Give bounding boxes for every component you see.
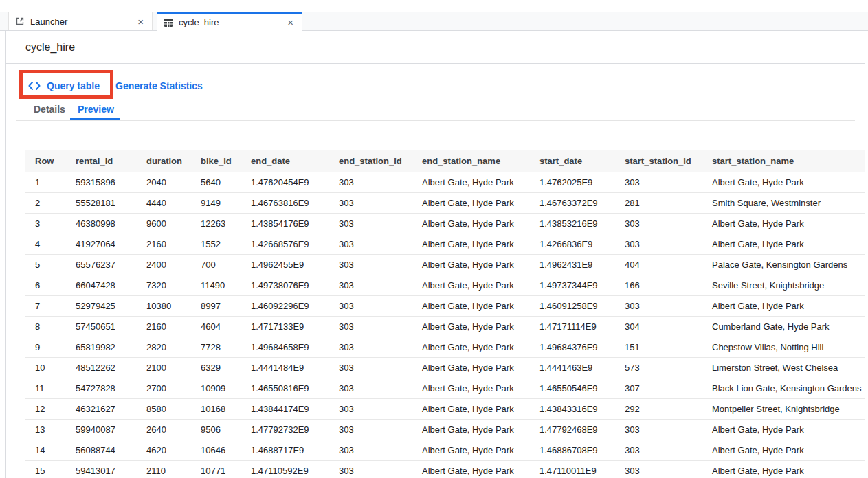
table-cell: 1.4762025E9	[530, 172, 615, 192]
table-cell: 48512262	[66, 357, 137, 378]
column-header: start_station_name	[702, 150, 865, 172]
table-cell: 1.46550816E9	[241, 378, 329, 398]
table-cell: 2160	[137, 316, 191, 337]
tab-launcher[interactable]: Launcher ×	[8, 12, 153, 30]
table-cell: 281	[615, 192, 702, 213]
table-cell: 1.47792732E9	[241, 419, 329, 440]
table-cell: 52979425	[66, 295, 137, 316]
table-cell: 7728	[191, 337, 241, 357]
tab-preview[interactable]: Preview	[78, 104, 114, 115]
table-cell: Albert Gate, Hyde Park	[702, 295, 865, 316]
table-cell: 1.4962431E9	[530, 254, 615, 275]
column-header: rental_id	[66, 150, 137, 172]
generate-statistics-button[interactable]: Generate Statistics	[115, 78, 203, 93]
close-icon[interactable]: ×	[135, 16, 146, 27]
table-cell: 303	[329, 460, 412, 478]
table-cell: Chepstow Villas, Notting Hill	[702, 337, 865, 357]
tab-label: cycle_hire	[179, 17, 285, 27]
table-cell: 1.47110011E9	[530, 460, 615, 478]
table-cell: 292	[615, 398, 702, 419]
table-cell: 65576237	[66, 254, 137, 275]
table-cell: 1.43853216E9	[530, 213, 615, 234]
table-cell: 46380998	[66, 213, 137, 234]
table-row: 965819982282077281.49684658E9303Albert G…	[25, 337, 865, 357]
page-title: cycle_hire	[25, 41, 75, 54]
table-cell: 1.46550546E9	[530, 378, 615, 398]
table-cell: 9	[25, 337, 66, 357]
close-icon[interactable]: ×	[285, 16, 296, 28]
table-cell: Albert Gate, Hyde Park	[412, 460, 530, 478]
table-cell: 54727828	[66, 378, 137, 398]
table-cell: 9600	[137, 213, 191, 234]
column-header: bike_id	[191, 150, 241, 172]
table-cell: 56088744	[66, 440, 137, 460]
code-icon	[28, 82, 41, 90]
table-cell: 10646	[191, 440, 241, 460]
table-cell: 59315896	[66, 172, 137, 192]
table-cell: Albert Gate, Hyde Park	[412, 337, 530, 357]
table-cell: Albert Gate, Hyde Park	[412, 275, 530, 295]
table-cell: 1.4962455E9	[241, 254, 329, 275]
table-cell: 1.49738076E9	[241, 275, 329, 295]
table-cell: Albert Gate, Hyde Park	[702, 213, 865, 234]
table-row: 857450651216046041.4717133E9303Albert Ga…	[25, 316, 865, 337]
table-cell: 5	[25, 254, 66, 275]
table-cell: 55528181	[66, 192, 137, 213]
table-cell: 1.46763372E9	[530, 192, 615, 213]
table-cell: Albert Gate, Hyde Park	[412, 316, 530, 337]
table-cell: 166	[615, 275, 702, 295]
table-cell: 303	[615, 213, 702, 234]
table-cell: Albert Gate, Hyde Park	[412, 295, 530, 316]
table-cell: 2040	[137, 172, 191, 192]
table-cell: 8997	[191, 295, 241, 316]
table-cell: Albert Gate, Hyde Park	[412, 357, 530, 378]
table-cell: 1.46091258E9	[530, 295, 615, 316]
table-cell: 303	[329, 378, 412, 398]
query-table-button[interactable]: Query table	[28, 78, 100, 93]
table-cell: Albert Gate, Hyde Park	[412, 419, 530, 440]
table-cell: Albert Gate, Hyde Park	[702, 419, 865, 440]
table-cell: 9149	[191, 192, 241, 213]
tab-details[interactable]: Details	[34, 104, 65, 115]
table-viewer-panel: cycle_hire Query table Generate Statisti…	[5, 31, 865, 478]
table-cell: 57450651	[66, 316, 137, 337]
table-cell: 303	[615, 295, 702, 316]
title-row: cycle_hire	[6, 31, 865, 64]
table-row: 255528181444091491.46763816E9303Albert G…	[25, 192, 865, 213]
table-cell: Albert Gate, Hyde Park	[702, 172, 865, 192]
column-header: Row	[25, 150, 66, 172]
table-cell: 10909	[191, 378, 241, 398]
table-cell: 573	[615, 357, 702, 378]
table-cell: 1	[25, 172, 66, 192]
table-cell: Palace Gate, Kensington Gardens	[702, 254, 865, 275]
table-row: 6660474287320114901.49738076E9303Albert …	[25, 275, 865, 295]
table-cell: 10771	[191, 460, 241, 478]
table-cell: 7	[25, 295, 66, 316]
table-cell: 1.43844174E9	[241, 398, 329, 419]
table-row: 12463216278580101681.43844174E9303Albert…	[25, 398, 865, 419]
table-row: 56557623724007001.4962455E9303Albert Gat…	[25, 254, 865, 275]
table-row: 3463809989600122631.43854176E9303Albert …	[25, 213, 865, 234]
table-cell: 10168	[191, 398, 241, 419]
table-cell: 303	[615, 460, 702, 478]
table-cell: Albert Gate, Hyde Park	[702, 234, 865, 254]
column-header: end_station_name	[412, 150, 530, 172]
table-icon	[164, 18, 173, 27]
table-cell: 1.4717133E9	[241, 316, 329, 337]
table-cell: 13	[25, 419, 66, 440]
preview-table: Row rental_id duration bike_id end_date …	[25, 150, 865, 478]
table-cell: Albert Gate, Hyde Park	[412, 213, 530, 234]
column-header: end_station_id	[329, 150, 412, 172]
table-cell: 4620	[137, 440, 191, 460]
table-cell: 700	[191, 254, 241, 275]
table-cell: 1.47620454E9	[241, 172, 329, 192]
table-cell: 2	[25, 192, 66, 213]
table-cell: 65819982	[66, 337, 137, 357]
table-cell: 59413017	[66, 460, 137, 478]
table-cell: 1.49684376E9	[530, 337, 615, 357]
table-row: 11547278282700109091.46550816E9303Albert…	[25, 378, 865, 398]
table-cell: 303	[329, 213, 412, 234]
table-cell: Limerston Street, West Chelsea	[702, 357, 865, 378]
tab-cycle-hire[interactable]: cycle_hire ×	[157, 12, 302, 31]
table-row: 159315896204056401.47620454E9303Albert G…	[25, 172, 865, 192]
